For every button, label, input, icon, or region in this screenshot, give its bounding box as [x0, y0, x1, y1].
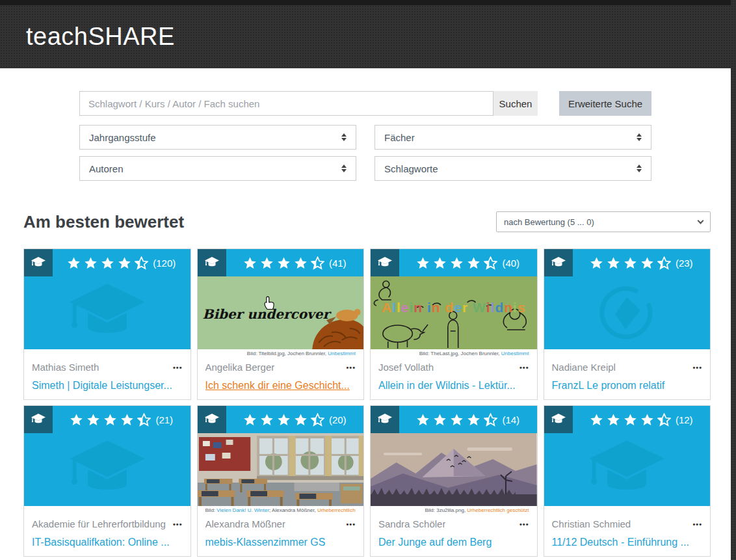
sort-updown-icon [637, 133, 642, 141]
brand-logo: teachSHARE [26, 23, 175, 51]
star-rating-icons[interactable] [67, 256, 148, 270]
page-content: Suchen Erweiterte Suche Jahrgangsstufe F… [0, 68, 731, 560]
card-footer: Bild: TheLast.jpg, Jochen Brunnler, Unbe… [371, 350, 537, 399]
rating: (20) [226, 406, 364, 433]
graduation-cap-icon [377, 256, 393, 269]
course-image[interactable] [544, 276, 711, 349]
graduation-cap-icon [551, 413, 566, 426]
course-title-link[interactable]: Ich schenk dir eine Geschicht... [205, 380, 356, 392]
course-badge [24, 406, 53, 433]
filter-jahrgangsstufe[interactable]: Jahrgangsstufe [79, 125, 356, 150]
course-title-link[interactable]: mebis-Klassenzimmer GS [205, 537, 356, 548]
filter-dropdowns: Jahrgangsstufe Fächer Autoren Schlagwort… [79, 125, 651, 181]
author-name: Akademie für Lehrerfortbildung [32, 518, 166, 529]
rating-count: (40) [502, 258, 519, 269]
filter-schlagworte[interactable]: Schlagworte [375, 156, 651, 181]
author-name: Alexandra Mößner [205, 518, 285, 529]
more-menu-icon[interactable]: ••• [519, 520, 529, 528]
rating-bar: (120) [24, 249, 191, 276]
graduation-cap-icon [204, 413, 220, 426]
image-credit: Bild: Vielen Dank! U. Winter; Alexandra … [205, 507, 356, 514]
image-title-text: Allein in der Wildnis [371, 300, 537, 315]
star-rating-icons[interactable] [243, 256, 324, 270]
mebis-logo-icon [594, 280, 659, 345]
course-title-link[interactable]: 11/12 Deutsch - Einführung ... [552, 537, 703, 548]
course-badge [544, 406, 573, 433]
card-footer: Bild: Titelbild.jpg, Jochen Brunnler, Un… [198, 350, 364, 399]
rating-bar: (14) [371, 406, 537, 433]
star-rating-icons[interactable] [590, 256, 671, 270]
course-card: (23) Nadiane Kreipl ••• FranzL Le pron [544, 248, 711, 400]
rating: (120) [53, 249, 191, 276]
course-badge [198, 406, 226, 433]
image-credit [32, 350, 183, 357]
card-footer: Nadiane Kreipl ••• FranzL Le pronom rela… [544, 350, 711, 399]
more-menu-icon[interactable]: ••• [346, 364, 356, 371]
sort-updown-icon [341, 133, 347, 141]
rating-count: (20) [329, 414, 347, 425]
mouse-cursor-icon [263, 296, 276, 312]
course-image[interactable] [198, 433, 364, 506]
card-footer: Mathias Simeth ••• Simeth | Digitale Lei… [24, 350, 191, 399]
window-top-edge [0, 0, 736, 5]
course-badge [371, 249, 399, 276]
graduation-cap-placeholder-icon [578, 433, 676, 506]
card-footer: Bild: 3zu2lila.png, Urheberrechtlich ges… [371, 507, 537, 556]
search-button[interactable]: Suchen [493, 91, 538, 116]
star-rating-icons[interactable] [416, 413, 497, 427]
author-name: Christian Schmied [552, 518, 631, 529]
graduation-cap-icon [377, 413, 393, 426]
results-section: Am besten bewertet nach Bewertung (5 ...… [0, 211, 731, 557]
more-menu-icon[interactable]: ••• [173, 520, 183, 528]
sort-updown-icon [341, 165, 347, 172]
star-rating-icons[interactable] [416, 256, 497, 270]
course-title-link[interactable]: Allein in der Wildnis - Lektür... [378, 380, 529, 392]
graduation-cap-icon [31, 413, 46, 426]
course-image[interactable] [544, 433, 711, 506]
more-menu-icon[interactable]: ••• [692, 520, 702, 528]
rating-bar: (20) [198, 406, 364, 433]
more-menu-icon[interactable]: ••• [692, 364, 702, 371]
more-menu-icon[interactable]: ••• [519, 364, 529, 371]
more-menu-icon[interactable]: ••• [173, 364, 183, 371]
course-badge [24, 249, 53, 276]
card-footer: Bild: Vielen Dank! U. Winter; Alexandra … [198, 507, 364, 556]
star-rating-icons[interactable] [243, 413, 324, 427]
course-title-link[interactable]: Simeth | Digitale Leistungser... [32, 380, 183, 392]
sort-select[interactable]: nach Bewertung (5 ... 0) [496, 211, 711, 232]
page-background-strip [731, 0, 736, 560]
rating: (12) [573, 406, 711, 433]
course-card-grid: (120) Mathias Simeth ••• Simeth | Digita… [23, 248, 711, 557]
course-title-link[interactable]: Der Junge auf dem Berg [378, 537, 529, 548]
graduation-cap-placeholder-icon [59, 276, 156, 349]
course-card: (21) Akademie für Lehrerfortbildung ••• … [23, 405, 191, 557]
search-input[interactable] [79, 91, 493, 116]
image-credit [552, 350, 703, 357]
course-card: (41) Biber undercover [197, 248, 365, 400]
chevron-down-icon [698, 217, 704, 224]
course-image[interactable] [24, 433, 191, 506]
course-image[interactable] [24, 276, 191, 349]
course-image[interactable]: Biber undercover [198, 276, 364, 349]
filter-faecher[interactable]: Fächer [375, 125, 651, 150]
rating: (21) [53, 406, 191, 433]
rating-bar: (23) [544, 249, 711, 276]
rating-bar: (21) [24, 406, 191, 433]
course-image[interactable]: Allein in der Wildnis [371, 276, 537, 349]
more-menu-icon[interactable]: ••• [346, 520, 356, 528]
filter-label: Jahrgangsstufe [89, 132, 156, 143]
star-rating-icons[interactable] [590, 413, 671, 427]
section-heading: Am besten bewertet [23, 212, 184, 232]
course-title-link[interactable]: IT-Basisqualifkation: Online ... [32, 537, 183, 548]
course-badge [544, 249, 573, 276]
course-title-link[interactable]: FranzL Le pronom relatif [552, 380, 703, 392]
graduation-cap-placeholder-icon [59, 433, 156, 506]
course-image[interactable] [371, 433, 537, 506]
advanced-search-button[interactable]: Erweiterte Suche [559, 91, 651, 116]
filter-autoren[interactable]: Autoren [79, 156, 356, 181]
star-rating-icons[interactable] [70, 413, 151, 427]
app-header: teachSHARE [0, 5, 736, 68]
graduation-cap-icon [204, 256, 220, 269]
filter-label: Autoren [89, 163, 124, 174]
card-footer: Akademie für Lehrerfortbildung ••• IT-Ba… [24, 507, 191, 556]
